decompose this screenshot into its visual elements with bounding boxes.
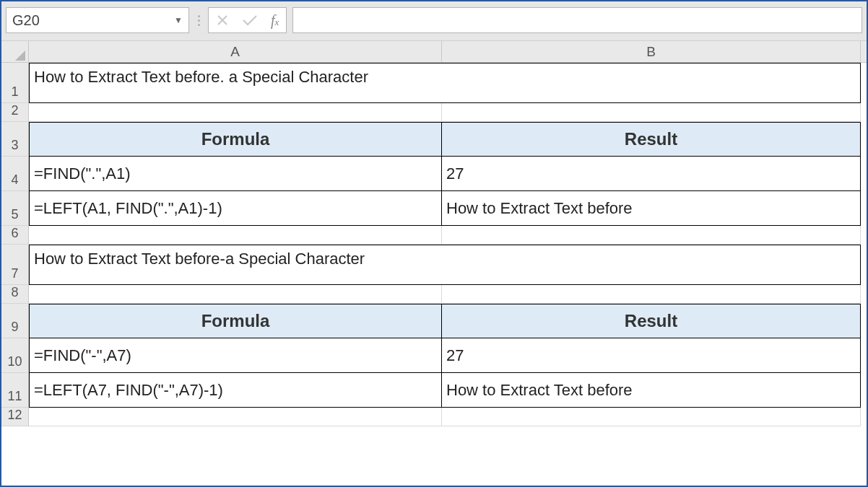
cell-a12[interactable]	[29, 408, 442, 426]
row-header-5[interactable]: 5	[1, 191, 29, 226]
row-4: 4 =FIND(".",A1) 27	[1, 157, 867, 191]
row-header-12[interactable]: 12	[1, 408, 29, 426]
cell-b8[interactable]	[442, 285, 861, 304]
row-5: 5 =LEFT(A1, FIND(".",A1)-1) How to Extra…	[1, 191, 867, 226]
row-header-9[interactable]: 9	[1, 304, 29, 338]
cell-a3[interactable]: Formula	[29, 122, 442, 157]
fx-icon[interactable]: fx	[271, 12, 279, 29]
row-header-1[interactable]: 1	[1, 63, 29, 103]
row-7: 7 How to Extract Text before-a Special C…	[1, 245, 867, 285]
grid-body: 1 How to Extract Text before. a Special …	[1, 63, 867, 486]
row-header-2[interactable]: 2	[1, 103, 29, 122]
row-2: 2	[1, 103, 867, 122]
cell-b6[interactable]	[442, 226, 861, 245]
row-header-7[interactable]: 7	[1, 245, 29, 285]
cell-a5[interactable]: =LEFT(A1, FIND(".",A1)-1)	[29, 191, 442, 226]
cell-b4[interactable]: 27	[442, 157, 861, 191]
cell-a11[interactable]: =LEFT(A7, FIND("-",A7)-1)	[29, 373, 442, 408]
cell-b2[interactable]	[442, 103, 861, 122]
cell-b5[interactable]: How to Extract Text before	[442, 191, 861, 226]
row-header-8[interactable]: 8	[1, 285, 29, 304]
excel-window: G20 ▼ fx A B 1	[0, 0, 868, 487]
row-6: 6	[1, 226, 867, 245]
row-1: 1 How to Extract Text before. a Special …	[1, 63, 867, 103]
row-header-4[interactable]: 4	[1, 157, 29, 191]
cell-b3[interactable]: Result	[442, 122, 861, 157]
cell-a6[interactable]	[29, 226, 442, 245]
formula-bar-row: G20 ▼ fx	[1, 1, 867, 41]
cell-a9[interactable]: Formula	[29, 304, 442, 338]
row-header-3[interactable]: 3	[1, 122, 29, 157]
row-header-11[interactable]: 11	[1, 373, 29, 408]
column-headers: A B	[1, 41, 867, 63]
row-9: 9 Formula Result	[1, 304, 867, 338]
row-10: 10 =FIND("-",A7) 27	[1, 338, 867, 373]
cancel-icon	[216, 14, 229, 27]
cell-a8[interactable]	[29, 285, 442, 304]
name-box[interactable]: G20 ▼	[6, 7, 189, 33]
cell-b11[interactable]: How to Extract Text before	[442, 373, 861, 408]
cell-a10[interactable]: =FIND("-",A7)	[29, 338, 442, 373]
enter-icon	[242, 14, 258, 27]
name-box-value: G20	[12, 12, 40, 29]
row-8: 8	[1, 285, 867, 304]
cell-a7[interactable]: How to Extract Text before-a Special Cha…	[29, 245, 861, 285]
formula-bar-buttons: fx	[208, 7, 287, 33]
cell-b12[interactable]	[442, 408, 861, 426]
select-all-corner[interactable]	[1, 41, 29, 62]
cell-a1[interactable]: How to Extract Text before. a Special Ch…	[29, 63, 861, 103]
cell-b9[interactable]: Result	[442, 304, 861, 338]
cell-b10[interactable]: 27	[442, 338, 861, 373]
column-header-a[interactable]: A	[29, 41, 442, 62]
formula-bar-grip-icon	[195, 15, 202, 26]
row-header-6[interactable]: 6	[1, 226, 29, 245]
row-12: 12	[1, 408, 867, 426]
cell-a4[interactable]: =FIND(".",A1)	[29, 157, 442, 191]
column-header-b[interactable]: B	[442, 41, 861, 62]
worksheet: A B 1 How to Extract Text before. a Spec…	[1, 41, 867, 486]
cell-a2[interactable]	[29, 103, 442, 122]
formula-input[interactable]	[292, 7, 862, 33]
row-11: 11 =LEFT(A7, FIND("-",A7)-1) How to Extr…	[1, 373, 867, 408]
row-header-10[interactable]: 10	[1, 338, 29, 373]
name-box-dropdown-icon[interactable]: ▼	[174, 15, 183, 25]
row-3: 3 Formula Result	[1, 122, 867, 157]
